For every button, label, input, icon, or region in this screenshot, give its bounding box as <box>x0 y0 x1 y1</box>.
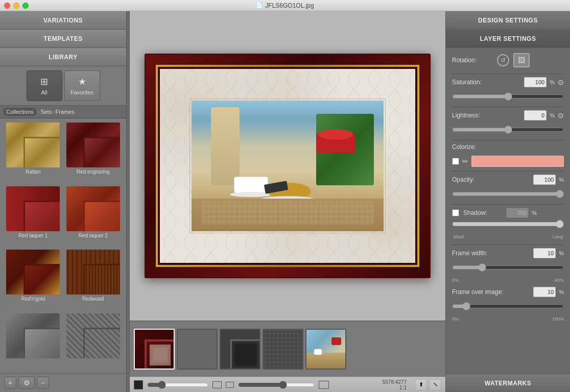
rotation-ccw-button[interactable]: ↺ <box>497 54 509 66</box>
frame-width-slider[interactable] <box>452 263 564 272</box>
frame-width-labels: 0% 40% <box>452 278 564 283</box>
frame-label-red-engraving: Red engraving <box>77 169 110 175</box>
saturation-unit: % <box>550 79 555 85</box>
divider-5 <box>452 204 564 205</box>
rotation-image-icon[interactable]: 🖼 <box>513 53 530 67</box>
canvas-area: 5578:4277 1:1 ⬆ ⤡ <box>130 11 445 392</box>
file-icon: 📄 <box>256 2 263 9</box>
canvas-main[interactable] <box>130 11 445 321</box>
opacity-value[interactable]: 100 <box>533 175 556 185</box>
canvas-rect-icon[interactable] <box>226 382 234 388</box>
frame-rect-icon[interactable] <box>212 381 222 388</box>
breadcrumb-sep2: › <box>53 109 54 115</box>
design-settings-header[interactable]: DESIGN SETTINGS <box>446 11 570 30</box>
frame-item-red-laquer1[interactable]: Red laquer 1 <box>4 186 62 248</box>
breadcrumb-sep1: › <box>38 109 39 115</box>
divider-6 <box>452 244 564 245</box>
zoom-slider-right[interactable] <box>238 381 315 389</box>
frame-width-max: 40% <box>555 278 564 283</box>
saturation-info-icon[interactable]: ⊙ <box>558 78 564 86</box>
frame-thumb-red-engraving <box>66 122 120 167</box>
color-picker[interactable] <box>134 380 143 389</box>
frame-over-slider-row <box>452 302 564 312</box>
templates-button[interactable]: TEMPLATES <box>0 30 126 48</box>
right-panel: DESIGN SETTINGS LAYER SETTINGS Rotation:… <box>445 11 570 392</box>
star-icon: ★ <box>78 76 86 87</box>
zoom-slider-left[interactable] <box>147 381 208 389</box>
shadow-value[interactable]: 100 <box>506 208 529 218</box>
lightness-slider-row <box>452 126 564 136</box>
divider-1 <box>452 74 564 74</box>
maximize-button[interactable] <box>22 3 29 9</box>
shadow-slider[interactable] <box>452 220 564 228</box>
frame-thumb-redngold <box>6 250 60 295</box>
grid-icon: ⊞ <box>40 76 48 87</box>
traffic-lights[interactable] <box>4 3 29 9</box>
bottom-thumb-2[interactable] <box>177 329 218 370</box>
frame-item-rattan[interactable]: Rattan <box>4 122 62 184</box>
saturation-label: Saturation: <box>452 79 493 86</box>
frame-item-red-engraving[interactable]: Red engraving <box>64 122 123 184</box>
frame-item-redngold[interactable]: Red'n'gold <box>4 250 62 311</box>
layer-settings-header[interactable]: LAYER SETTINGS <box>446 30 570 48</box>
lightness-slider[interactable] <box>452 126 564 134</box>
frame-over-max: 100% <box>552 316 564 322</box>
toolbar-actions: ⬆ ⤡ <box>415 379 441 390</box>
lightness-value[interactable]: 0 <box>524 110 547 120</box>
breadcrumb-frames[interactable]: Frames <box>56 109 75 115</box>
frame-item-red-laquer2[interactable]: Red laquer 2 <box>64 186 123 248</box>
remove-frame-button[interactable]: − <box>37 377 49 389</box>
opacity-row: Opacity: 100 % <box>452 175 564 185</box>
frame-width-slider-row <box>452 263 564 274</box>
sidebar-bottom: + ⚙ − <box>0 373 126 392</box>
filter-favorites-button[interactable]: ★ Favorites <box>64 70 100 101</box>
saturation-value[interactable]: 100 <box>524 77 547 87</box>
shadow-short-label: Short <box>453 234 464 239</box>
frame-item-redwood[interactable]: Redwood <box>64 250 123 311</box>
frame-settings-button[interactable]: ⚙ <box>18 377 35 389</box>
shadow-labels: Short Long <box>452 234 564 239</box>
add-frame-button[interactable]: + <box>4 377 16 389</box>
shadow-long-label: Long <box>553 234 563 239</box>
colorize-color-swatch[interactable] <box>471 156 564 167</box>
share-button[interactable]: ⬆ <box>415 379 427 390</box>
breadcrumb-sets[interactable]: Sets <box>40 109 52 115</box>
frame-grid: Rattan Red engraving Red laquer 1 <box>0 118 126 373</box>
shadow-checkbox[interactable] <box>452 209 459 216</box>
breadcrumb-collections[interactable]: Collections <box>3 108 37 116</box>
watermarks-header[interactable]: WATERMARKS <box>446 374 570 392</box>
divider-2 <box>452 107 564 107</box>
bottom-thumb-5[interactable] <box>305 329 346 370</box>
colorize-pencil-icon[interactable]: ✏ <box>462 157 468 165</box>
dimensions-display: 5578:4277 <box>383 379 407 385</box>
close-button[interactable] <box>4 3 10 9</box>
frame-over-min: 0% <box>452 316 459 322</box>
crop-button[interactable]: ⤡ <box>429 379 441 390</box>
bottom-thumb-1[interactable] <box>134 329 175 370</box>
frame-label-red-laquer2: Red laquer 2 <box>79 233 108 238</box>
frame-width-min: 0% <box>452 278 459 283</box>
frame-label-redwood: Redwood <box>82 296 104 302</box>
frame-thumb-redwood <box>66 250 120 295</box>
frame-width-row: Frame width: 10 % <box>452 248 564 258</box>
opacity-slider[interactable] <box>452 190 564 198</box>
frame-over-slider[interactable] <box>452 302 564 310</box>
frame-thumb-gray1 <box>6 313 60 358</box>
zoom-rect-large-icon[interactable] <box>319 381 329 389</box>
frame-item-gray1[interactable] <box>4 313 62 370</box>
shadow-label: Shadow: <box>463 209 504 216</box>
lightness-info-icon[interactable]: ⊙ <box>558 111 564 119</box>
bottom-toolbar: 5578:4277 1:1 ⬆ ⤡ <box>130 377 445 392</box>
bottom-thumb-4[interactable] <box>263 329 303 370</box>
filter-all-button[interactable]: ⊞ All <box>27 70 62 101</box>
bottom-thumb-3[interactable] <box>220 329 260 370</box>
colorize-checkbox[interactable] <box>452 158 459 165</box>
library-button[interactable]: LIBRARY <box>0 48 126 66</box>
frame-item-gray2[interactable] <box>64 313 123 370</box>
frame-width-value[interactable]: 10 <box>533 248 556 258</box>
saturation-slider[interactable] <box>452 92 564 101</box>
variations-button[interactable]: VARIATIONS <box>0 11 126 30</box>
minimize-button[interactable] <box>13 3 19 9</box>
frame-over-value[interactable]: 10 <box>533 287 556 297</box>
frame-width-unit: % <box>559 250 564 256</box>
